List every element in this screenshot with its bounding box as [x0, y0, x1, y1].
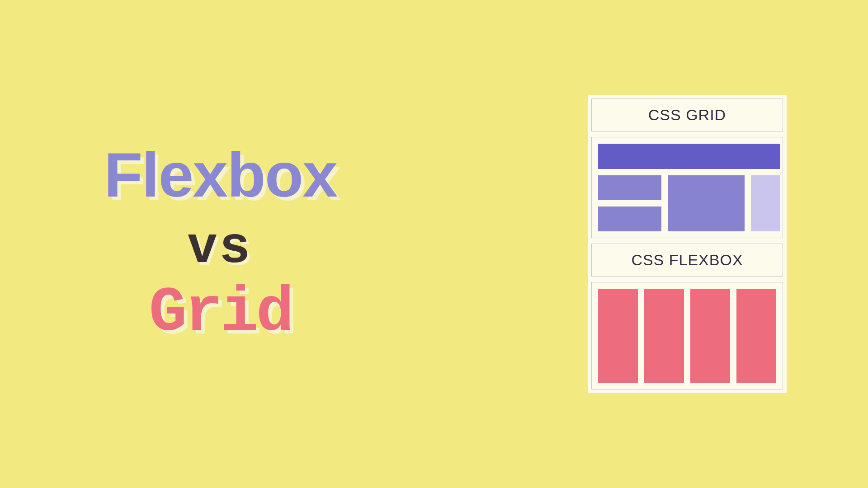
grid-demo-section	[591, 137, 783, 238]
grid-label: CSS GRID	[597, 103, 777, 127]
grid-header-section: CSS GRID	[591, 99, 783, 131]
grid-block	[598, 144, 780, 169]
grid-block	[668, 175, 745, 231]
flexbox-demo	[597, 287, 777, 385]
flexbox-demo-section	[591, 282, 783, 389]
grid-block	[598, 175, 661, 200]
title-vs: vs	[188, 213, 253, 275]
flex-block	[690, 289, 730, 383]
title-block: Flexbox vs Grid	[104, 137, 337, 351]
diagram-panel: CSS GRID CSS FLEXBOX	[588, 95, 787, 393]
flexbox-header-section: CSS FLEXBOX	[591, 244, 783, 277]
title-flexbox: Flexbox	[104, 137, 337, 213]
flex-block	[736, 289, 776, 383]
grid-block	[598, 206, 661, 231]
flex-block	[644, 289, 684, 383]
grid-block	[751, 175, 780, 231]
grid-demo	[597, 142, 777, 233]
flex-block	[598, 289, 638, 383]
main-container: Flexbox vs Grid CSS GRID CSS FLEXBOX	[0, 95, 868, 393]
flexbox-label: CSS FLEXBOX	[597, 249, 777, 272]
title-grid: Grid	[149, 275, 292, 351]
